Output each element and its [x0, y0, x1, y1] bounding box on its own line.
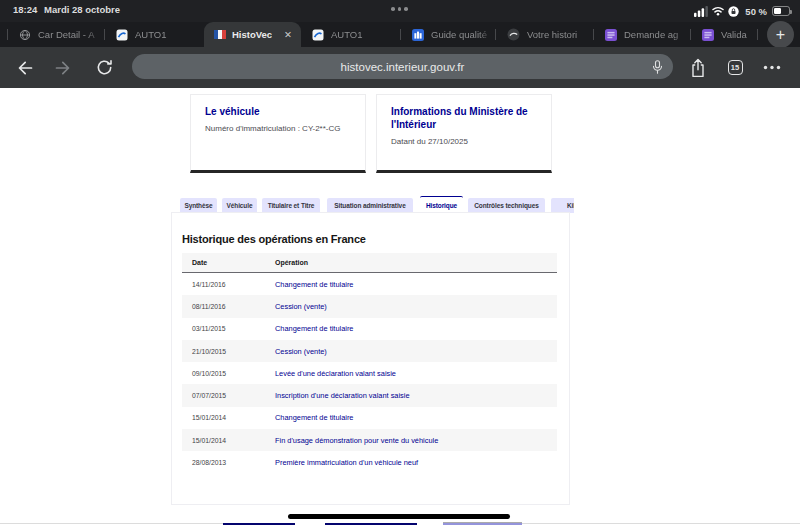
card-vehicle: Le véhicule Numéro d'immatriculation : C…	[190, 94, 366, 173]
card-ministere-line: Datant du 27/10/2025	[391, 137, 538, 146]
table-row: 07/07/2015Inscription d'une déclaration …	[182, 384, 557, 406]
tab-switcher-button[interactable]: 15	[727, 47, 743, 88]
battery-percent: 50 %	[745, 6, 767, 17]
cell-date: 21/10/2015	[182, 348, 275, 355]
cell-date: 08/11/2016	[182, 303, 275, 310]
cell-date: 28/08/2013	[182, 459, 275, 466]
cell-operation-link[interactable]: Cession (vente)	[275, 347, 327, 356]
browser-tab-label: Votre histori	[527, 29, 593, 40]
browser-tab-label: Guide qualité	[431, 29, 495, 40]
browser-tab-auto1[interactable]: AUTO1	[301, 22, 400, 47]
tab-titulaire-et-titre[interactable]: Titulaire et Titre	[262, 198, 320, 214]
card-vehicle-title: Le véhicule	[205, 106, 352, 119]
more-menu-button[interactable]	[760, 47, 784, 88]
tab-kil[interactable]: Kil	[551, 198, 574, 214]
operations-table: DateOpération14/11/2016Changement de tit…	[182, 253, 557, 474]
browser-tab-histovec[interactable]: HistoVec✕	[204, 22, 301, 47]
tab-count: 15	[728, 60, 743, 75]
table-row: 08/11/2016Cession (vente)	[182, 295, 557, 317]
cellular-icon	[694, 6, 708, 17]
battery-icon	[772, 6, 790, 16]
share-button[interactable]	[689, 47, 707, 88]
status-bar: 18:24 Mardi 28 octobre 50 %	[0, 0, 800, 22]
browser-tab-strip: Car Detail - AAUTO1HistoVec✕AUTO1Guide q…	[0, 22, 800, 47]
browser-tab-label: Demande ag	[624, 29, 690, 40]
table-row: 21/10/2015Cession (vente)	[182, 340, 557, 362]
browser-tab-demande-ag[interactable]: Demande ag	[594, 22, 690, 47]
browser-tab-label: Valida	[721, 29, 757, 40]
cell-operation-link[interactable]: Inscription d'une déclaration valant sai…	[275, 391, 410, 400]
cell-operation-link[interactable]: Première immatriculation d'un véhicule n…	[275, 458, 418, 467]
table-row: 28/08/2013Première immatriculation d'un …	[182, 451, 557, 473]
card-vehicle-line: Numéro d'immatriculation : CY-2**-CG	[205, 124, 352, 133]
header-operation: Opération	[275, 259, 308, 266]
table-row: 09/10/2015Levée d'une déclaration valant…	[182, 362, 557, 384]
footer-divider	[522, 523, 800, 524]
cell-operation-link[interactable]: Changement de titulaire	[275, 413, 353, 422]
table-row: 14/11/2016Changement de titulaire	[182, 273, 557, 295]
browser-tab-label: HistoVec	[232, 29, 272, 40]
status-time: 18:24	[13, 4, 37, 15]
browser-tab-label: AUTO1	[135, 29, 204, 40]
url-text: histovec.interieur.gouv.fr	[132, 54, 673, 79]
tab-separator	[757, 29, 758, 40]
status-date: Mardi 28 octobre	[44, 4, 120, 15]
section-title: Historique des opérations en France	[182, 233, 366, 245]
browser-nav-bar: histovec.interieur.gouv.fr 15	[0, 47, 800, 88]
table-row: 15/01/2014Changement de titulaire	[182, 407, 557, 429]
wifi-icon	[712, 6, 724, 16]
browser-tab-votre-histori[interactable]: Votre histori	[496, 22, 593, 47]
table-header-row: DateOpération	[182, 253, 557, 273]
mic-icon[interactable]	[652, 60, 663, 74]
cell-operation-link[interactable]: Changement de titulaire	[275, 280, 353, 289]
card-ministere-title: Informations du Ministère de l'Intérieur	[391, 106, 538, 131]
cell-date: 07/07/2015	[182, 392, 275, 399]
close-tab-icon[interactable]: ✕	[284, 29, 292, 40]
cell-date: 03/11/2015	[182, 325, 275, 332]
header-date: Date	[182, 259, 275, 266]
back-button[interactable]	[15, 47, 35, 88]
tab-historique[interactable]: Historique	[420, 196, 463, 213]
tab-synth-se[interactable]: Synthèse	[180, 198, 217, 214]
browser-tab-guide-qualit-[interactable]: Guide qualité	[401, 22, 495, 47]
card-ministere: Informations du Ministère de l'Intérieur…	[376, 94, 552, 173]
tab-contr-les-techniques[interactable]: Contrôles techniques	[468, 198, 545, 214]
multitask-dots-icon	[391, 7, 408, 11]
cell-date: 15/01/2014	[182, 437, 275, 444]
browser-tab-car-detail-a[interactable]: Car Detail - A	[8, 22, 104, 47]
cell-operation-link[interactable]: Fin d'usage démonstration pour vente du …	[275, 436, 438, 445]
tab-situation-administrative[interactable]: Situation administrative	[327, 198, 413, 214]
home-indicator[interactable]	[288, 514, 510, 520]
new-tab-button[interactable]: +	[767, 21, 794, 48]
browser-tab-label: AUTO1	[331, 29, 400, 40]
tab-v-hicule[interactable]: Véhicule	[222, 198, 257, 214]
cell-date: 15/01/2014	[182, 414, 275, 421]
browser-tab-auto1[interactable]: AUTO1	[105, 22, 204, 47]
cell-operation-link[interactable]: Levée d'une déclaration valant saisie	[275, 369, 396, 378]
footer-divider	[0, 523, 223, 524]
address-bar[interactable]: histovec.interieur.gouv.fr	[132, 54, 673, 79]
cell-operation-link[interactable]: Cession (vente)	[275, 302, 327, 311]
cell-date: 14/11/2016	[182, 281, 275, 288]
reload-button[interactable]	[94, 47, 114, 88]
historique-panel: Historique des opérations en France Date…	[171, 212, 570, 505]
cell-date: 09/10/2015	[182, 370, 275, 377]
table-row: 03/11/2015Changement de titulaire	[182, 318, 557, 340]
browser-tab-label: Car Detail - A	[38, 29, 104, 40]
forward-button[interactable]	[53, 47, 73, 88]
cell-operation-link[interactable]: Changement de titulaire	[275, 324, 353, 333]
content-tabs: SynthèseVéhiculeTitulaire et TitreSituat…	[171, 196, 574, 213]
table-row: 15/01/2014Fin d'usage démonstration pour…	[182, 429, 557, 451]
orientation-lock-icon	[728, 6, 739, 17]
browser-tab-valida[interactable]: Valida	[691, 22, 757, 47]
